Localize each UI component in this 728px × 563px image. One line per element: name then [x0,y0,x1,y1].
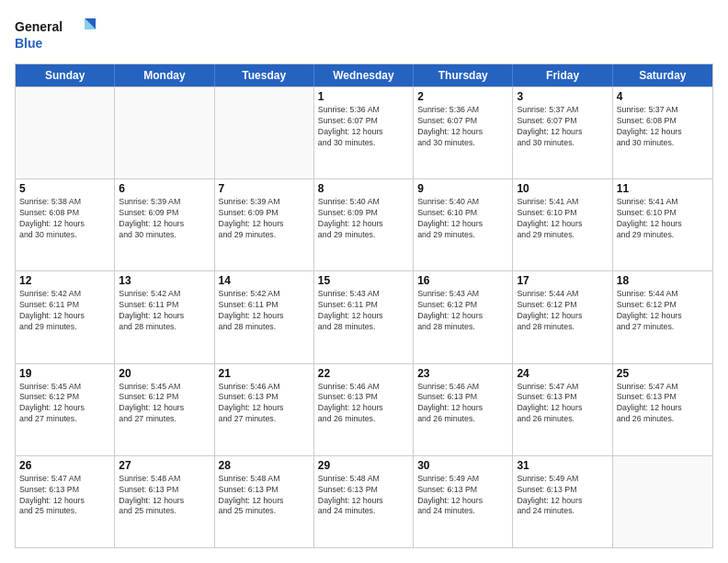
header: General Blue [15,15,713,56]
day-info: Sunrise: 5:37 AM Sunset: 6:07 PM Dayligh… [517,105,608,149]
day-info: Sunrise: 5:41 AM Sunset: 6:10 PM Dayligh… [617,197,709,241]
weekday-header: Wednesday [314,64,414,86]
day-info: Sunrise: 5:42 AM Sunset: 6:11 PM Dayligh… [219,289,310,333]
day-info: Sunrise: 5:45 AM Sunset: 6:12 PM Dayligh… [19,382,110,426]
calendar: SundayMondayTuesdayWednesdayThursdayFrid… [15,63,713,548]
calendar-cell: 30Sunrise: 5:49 AM Sunset: 6:13 PM Dayli… [414,456,513,547]
day-number: 21 [219,367,310,380]
day-info: Sunrise: 5:46 AM Sunset: 6:13 PM Dayligh… [219,382,310,426]
day-number: 7 [219,182,310,195]
day-number: 8 [318,182,409,195]
day-number: 3 [517,90,608,103]
calendar-cell: 26Sunrise: 5:47 AM Sunset: 6:13 PM Dayli… [16,456,115,547]
svg-text:Blue: Blue [15,36,43,51]
calendar-cell: 17Sunrise: 5:44 AM Sunset: 6:12 PM Dayli… [513,271,612,362]
day-info: Sunrise: 5:45 AM Sunset: 6:12 PM Dayligh… [119,382,210,426]
day-info: Sunrise: 5:49 AM Sunset: 6:13 PM Dayligh… [517,474,608,518]
calendar-cell: 4Sunrise: 5:37 AM Sunset: 6:08 PM Daylig… [613,87,712,178]
day-info: Sunrise: 5:42 AM Sunset: 6:11 PM Dayligh… [119,289,210,333]
day-number: 14 [219,274,310,287]
day-info: Sunrise: 5:41 AM Sunset: 6:10 PM Dayligh… [517,197,608,241]
day-number: 23 [417,367,508,380]
day-number: 31 [517,459,608,472]
day-info: Sunrise: 5:43 AM Sunset: 6:11 PM Dayligh… [318,289,409,333]
day-number: 16 [417,274,508,287]
calendar-row: 26Sunrise: 5:47 AM Sunset: 6:13 PM Dayli… [16,455,712,547]
day-number: 18 [617,274,709,287]
calendar-cell: 7Sunrise: 5:39 AM Sunset: 6:09 PM Daylig… [215,179,314,270]
page: General Blue SundayMondayTuesdayWednesda… [0,0,728,563]
calendar-cell: 28Sunrise: 5:48 AM Sunset: 6:13 PM Dayli… [215,456,314,547]
day-info: Sunrise: 5:47 AM Sunset: 6:13 PM Dayligh… [617,382,709,426]
calendar-row: 5Sunrise: 5:38 AM Sunset: 6:08 PM Daylig… [16,178,712,270]
calendar-cell [16,87,115,178]
calendar-cell: 14Sunrise: 5:42 AM Sunset: 6:11 PM Dayli… [215,271,314,362]
day-number: 30 [417,459,508,472]
day-number: 13 [119,274,210,287]
day-info: Sunrise: 5:48 AM Sunset: 6:13 PM Dayligh… [318,474,409,518]
day-number: 25 [617,367,709,380]
calendar-cell: 25Sunrise: 5:47 AM Sunset: 6:13 PM Dayli… [613,364,712,455]
day-number: 15 [318,274,409,287]
day-number: 28 [219,459,310,472]
day-number: 29 [318,459,409,472]
day-info: Sunrise: 5:39 AM Sunset: 6:09 PM Dayligh… [119,197,210,241]
day-info: Sunrise: 5:40 AM Sunset: 6:10 PM Dayligh… [417,197,508,241]
calendar-cell: 18Sunrise: 5:44 AM Sunset: 6:12 PM Dayli… [613,271,712,362]
day-number: 6 [119,182,210,195]
day-info: Sunrise: 5:42 AM Sunset: 6:11 PM Dayligh… [19,289,110,333]
day-number: 26 [19,459,110,472]
day-info: Sunrise: 5:49 AM Sunset: 6:13 PM Dayligh… [417,474,508,518]
day-number: 17 [517,274,608,287]
calendar-row: 1Sunrise: 5:36 AM Sunset: 6:07 PM Daylig… [16,86,712,178]
day-number: 10 [517,182,608,195]
calendar-cell: 9Sunrise: 5:40 AM Sunset: 6:10 PM Daylig… [414,179,513,270]
calendar-body: 1Sunrise: 5:36 AM Sunset: 6:07 PM Daylig… [16,86,712,547]
svg-text:General: General [15,19,63,34]
day-info: Sunrise: 5:47 AM Sunset: 6:13 PM Dayligh… [517,382,608,426]
day-info: Sunrise: 5:47 AM Sunset: 6:13 PM Dayligh… [19,474,110,518]
day-info: Sunrise: 5:43 AM Sunset: 6:12 PM Dayligh… [417,289,508,333]
day-number: 22 [318,367,409,380]
calendar-cell: 29Sunrise: 5:48 AM Sunset: 6:13 PM Dayli… [314,456,414,547]
day-number: 20 [119,367,210,380]
day-info: Sunrise: 5:48 AM Sunset: 6:13 PM Dayligh… [119,474,210,518]
day-info: Sunrise: 5:40 AM Sunset: 6:09 PM Dayligh… [318,197,409,241]
calendar-row: 12Sunrise: 5:42 AM Sunset: 6:11 PM Dayli… [16,270,712,362]
day-info: Sunrise: 5:36 AM Sunset: 6:07 PM Dayligh… [417,105,508,149]
weekday-header: Monday [115,64,214,86]
calendar-header: SundayMondayTuesdayWednesdayThursdayFrid… [16,64,712,86]
calendar-cell: 31Sunrise: 5:49 AM Sunset: 6:13 PM Dayli… [513,456,612,547]
calendar-cell: 2Sunrise: 5:36 AM Sunset: 6:07 PM Daylig… [414,87,513,178]
weekday-header: Tuesday [215,64,314,86]
calendar-cell: 10Sunrise: 5:41 AM Sunset: 6:10 PM Dayli… [513,179,612,270]
logo-graphic: General Blue [15,15,97,56]
calendar-cell: 12Sunrise: 5:42 AM Sunset: 6:11 PM Dayli… [16,271,115,362]
weekday-header: Friday [513,64,612,86]
day-info: Sunrise: 5:44 AM Sunset: 6:12 PM Dayligh… [517,289,608,333]
weekday-header: Thursday [414,64,513,86]
calendar-row: 19Sunrise: 5:45 AM Sunset: 6:12 PM Dayli… [16,363,712,455]
weekday-header: Sunday [16,64,115,86]
day-info: Sunrise: 5:44 AM Sunset: 6:12 PM Dayligh… [617,289,709,333]
day-info: Sunrise: 5:46 AM Sunset: 6:13 PM Dayligh… [417,382,508,426]
calendar-cell: 11Sunrise: 5:41 AM Sunset: 6:10 PM Dayli… [613,179,712,270]
day-number: 11 [617,182,709,195]
day-info: Sunrise: 5:39 AM Sunset: 6:09 PM Dayligh… [219,197,310,241]
calendar-cell: 6Sunrise: 5:39 AM Sunset: 6:09 PM Daylig… [115,179,214,270]
calendar-cell: 21Sunrise: 5:46 AM Sunset: 6:13 PM Dayli… [215,364,314,455]
calendar-cell: 8Sunrise: 5:40 AM Sunset: 6:09 PM Daylig… [314,179,414,270]
day-info: Sunrise: 5:36 AM Sunset: 6:07 PM Dayligh… [318,105,409,149]
calendar-cell: 1Sunrise: 5:36 AM Sunset: 6:07 PM Daylig… [314,87,414,178]
day-info: Sunrise: 5:37 AM Sunset: 6:08 PM Dayligh… [617,105,709,149]
calendar-cell [115,87,214,178]
calendar-cell: 13Sunrise: 5:42 AM Sunset: 6:11 PM Dayli… [115,271,214,362]
calendar-cell: 15Sunrise: 5:43 AM Sunset: 6:11 PM Dayli… [314,271,414,362]
logo: General Blue [15,15,97,56]
calendar-cell: 24Sunrise: 5:47 AM Sunset: 6:13 PM Dayli… [513,364,612,455]
calendar-cell [613,456,712,547]
calendar-cell: 3Sunrise: 5:37 AM Sunset: 6:07 PM Daylig… [513,87,612,178]
calendar-cell: 23Sunrise: 5:46 AM Sunset: 6:13 PM Dayli… [414,364,513,455]
calendar-cell: 22Sunrise: 5:46 AM Sunset: 6:13 PM Dayli… [314,364,414,455]
calendar-cell: 16Sunrise: 5:43 AM Sunset: 6:12 PM Dayli… [414,271,513,362]
